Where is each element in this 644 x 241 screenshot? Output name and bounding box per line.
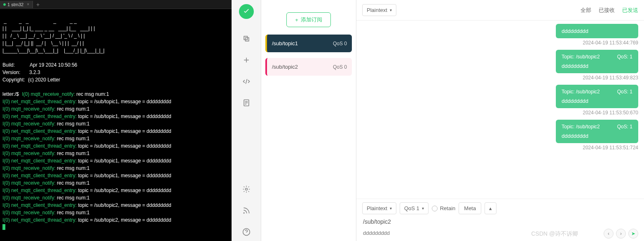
add-subscription-button[interactable]: + 添加订阅: [286, 12, 331, 27]
side-icon-bar: [232, 0, 261, 241]
rss-icon[interactable]: [241, 206, 251, 216]
close-icon[interactable]: ×: [27, 2, 29, 7]
message-qos: QoS: 1: [617, 124, 632, 130]
document-icon[interactable]: [241, 98, 251, 108]
format-dropdown[interactable]: Plaintext ▾: [362, 4, 396, 16]
message-bubble: Topic: /sub/topic2QoS: 1ddddddddd: [556, 85, 638, 108]
log-prefix: I(0) mqtt_receive_notify:: [2, 210, 56, 216]
payload-input[interactable]: [362, 228, 638, 238]
code-icon[interactable]: [241, 76, 251, 86]
add-tab-button[interactable]: +: [33, 1, 43, 8]
message-list[interactable]: ddddddddd2024-04-19 11:53:44:769Topic: /…: [356, 21, 644, 199]
log-message: topic = /sub/topic1, message = ddddddddd: [77, 173, 171, 178]
subscribe-panel: + 添加订阅 /sub/topic1QoS 0/sub/topic2QoS 0: [261, 0, 356, 241]
messages-panel: Plaintext ▾ 全部 已接收 已发送 ddddddddd2024-04-…: [356, 0, 644, 241]
copyright-label: Copyright:: [2, 77, 25, 83]
help-icon[interactable]: [241, 227, 251, 237]
subscription-item[interactable]: /sub/topic2QoS 0: [265, 58, 352, 76]
log-prefix: I(0) mqtt_receive_notify:: [2, 180, 56, 186]
filter-received[interactable]: 已接收: [599, 7, 615, 14]
subscription-qos: QoS 0: [333, 41, 347, 46]
svg-point-10: [244, 213, 244, 213]
message-timestamp: 2024-04-19 11:53:50:670: [362, 110, 638, 116]
log-message: topic = /sub/topic1, message = ddddddddd: [77, 99, 171, 104]
log-prefix: I(0) mqtt_receive_notify:: [2, 151, 56, 156]
log-prefix: I(0) mqtt_receive_notify:: [22, 91, 75, 97]
retain-toggle[interactable]: Retain: [432, 205, 456, 211]
subscription-qos: QoS 0: [333, 64, 347, 70]
chevron-up-icon: ▴: [489, 205, 492, 211]
log-message: topic = /sub/topic2, message = ddddddddd: [77, 202, 171, 208]
log-prefix: I(0) mqtt_receive_notify:: [2, 195, 56, 201]
log-prefix: I(0) net_mqtt_client_thread_entry:: [2, 128, 77, 134]
message-qos: QoS: 1: [617, 54, 632, 60]
log-prefix: I(0) mqtt_receive_notify:: [2, 136, 56, 141]
filter-all[interactable]: 全部: [581, 7, 591, 14]
watermark-text: CSDN @诗不诉卿: [531, 230, 578, 238]
gear-icon[interactable]: [241, 184, 251, 194]
chevron-down-icon: ▾: [422, 206, 424, 211]
chevron-down-icon: ▾: [390, 206, 392, 211]
collapse-button[interactable]: ▴: [485, 202, 496, 214]
filter-sent[interactable]: 已发送: [622, 7, 638, 14]
subscription-topic: /sub/topic1: [272, 40, 298, 46]
prev-button[interactable]: ‹: [604, 229, 614, 239]
log-message: rec msg num:1: [56, 121, 90, 127]
log-prefix: I(0) net_mqtt_client_thread_entry:: [2, 99, 77, 104]
copy-icon[interactable]: [241, 34, 251, 44]
log-prefix: I(0) mqtt_receive_notify:: [2, 121, 56, 127]
next-button[interactable]: ›: [616, 229, 626, 239]
log-prefix: I(0) net_mqtt_client_thread_entry:: [2, 188, 77, 193]
message-input-area: Plaintext▾ QoS 1▾ Retain Meta ▴: [356, 199, 644, 241]
subscription-item[interactable]: /sub/topic1QoS 0: [265, 35, 352, 52]
version-value: 3.2.3: [29, 70, 40, 75]
app-logo-icon[interactable]: [239, 4, 254, 19]
message-bubble: ddddddddd: [556, 24, 638, 38]
message-bubble: Topic: /sub/topic2QoS: 1ddddddddd: [556, 50, 638, 73]
terminal-output[interactable]: _ _ _ _ _ _ | | ___| |_| |_ ___ _ __ ___…: [0, 9, 232, 241]
log-message: rec msg num:1: [75, 91, 109, 97]
version-label: Version:: [2, 70, 20, 75]
message-timestamp: 2024-04-19 11:53:49:823: [362, 75, 638, 81]
payload-format-dropdown[interactable]: Plaintext▾: [362, 202, 396, 214]
copyright-value: (c) 2020 Letter: [28, 77, 60, 83]
log-message: rec msg num:1: [56, 136, 90, 141]
log-prefix: I(0) net_mqtt_client_thread_entry:: [2, 217, 77, 223]
log-message: topic = /sub/topic1, message = ddddddddd: [77, 128, 171, 134]
terminal-tab[interactable]: 1 stm32 ×: [0, 1, 33, 8]
log-message: rec msg num:1: [56, 165, 90, 171]
build-label: Build:: [2, 62, 15, 68]
svg-line-4: [246, 79, 247, 84]
tab-label: 1 stm32: [7, 2, 23, 7]
log-message: rec msg num:1: [56, 180, 90, 186]
message-topic: Topic: /sub/topic2: [562, 89, 600, 95]
bottom-actions: ‹ › ➤: [604, 229, 638, 239]
plus-icon[interactable]: [241, 55, 251, 65]
shell-prompt: letter:/$: [2, 91, 19, 97]
message-qos: QoS: 1: [617, 89, 632, 95]
status-dot-icon: [3, 3, 6, 6]
log-message: rec msg num:1: [56, 195, 90, 201]
log-message: topic = /sub/topic2, message = ddddddddd: [77, 217, 171, 223]
topic-input[interactable]: [362, 217, 638, 227]
message-body: ddddddddd: [562, 63, 632, 69]
send-button[interactable]: ➤: [628, 229, 638, 239]
messages-header: Plaintext ▾ 全部 已接收 已发送: [356, 0, 644, 21]
log-message: rec msg num:1: [56, 106, 90, 112]
plus-icon: +: [295, 17, 298, 23]
ascii-art: _ _ _ _ _ _ | | ___| |_| |_ ___ _ __ ___…: [2, 18, 105, 53]
message-body: ddddddddd: [562, 98, 632, 104]
filter-tabs: 全部 已接收 已发送: [581, 7, 638, 14]
message-body: ddddddddd: [562, 28, 632, 34]
log-prefix: I(0) net_mqtt_client_thread_entry:: [2, 114, 77, 119]
qos-dropdown[interactable]: QoS 1▾: [400, 202, 429, 214]
add-sub-label: 添加订阅: [301, 16, 322, 23]
log-message: topic = /sub/topic1, message = ddddddddd: [77, 158, 171, 164]
message-topic: Topic: /sub/topic2: [562, 124, 600, 130]
message-bubble: Topic: /sub/topic2QoS: 1ddddddddd: [556, 120, 638, 143]
log-prefix: I(0) mqtt_receive_notify:: [2, 165, 56, 171]
message-topic: Topic: /sub/topic2: [562, 54, 600, 60]
log-message: topic = /sub/topic2, message = ddddddddd: [77, 188, 171, 193]
cursor-icon: [2, 224, 5, 230]
meta-button[interactable]: Meta: [459, 202, 481, 214]
